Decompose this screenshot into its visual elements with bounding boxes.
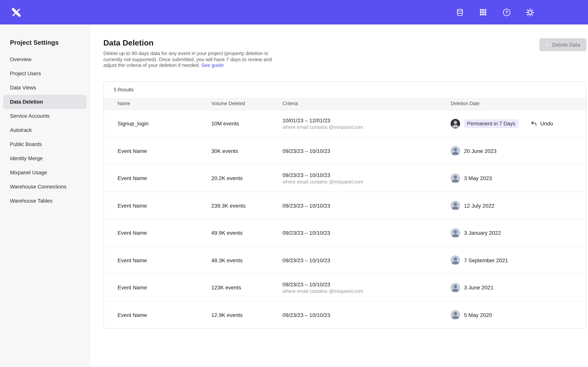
sidebar-item-identity-merge[interactable]: Identity Merge <box>3 151 86 166</box>
sidebar-item-service-accounts[interactable]: Service Accounts <box>3 109 86 123</box>
user-avatar-icon <box>450 146 460 156</box>
row-volume: 10M events <box>211 120 283 126</box>
row-deletion-cell: 3 June 2021 <box>450 283 586 292</box>
sidebar-item-overview[interactable]: Overview <box>3 52 86 67</box>
column-header: Volume Deleted <box>211 101 283 107</box>
results-count: 5 Results <box>104 82 586 98</box>
undo-icon <box>531 120 537 127</box>
deletion-date: 3 May 2023 <box>464 175 492 181</box>
sidebar-item-data-deletion[interactable]: Data Deletion <box>3 95 86 109</box>
plus-icon: + <box>545 42 549 48</box>
row-criteria-cell: 09/23/23 – 10/10/23 <box>283 202 450 209</box>
row-name: Event Name <box>118 257 211 263</box>
deletion-date: 7 September 2021 <box>464 257 508 263</box>
undo-label: Undo <box>540 120 553 126</box>
deletion-date: 3 January 2022 <box>464 230 501 236</box>
table-row: Event Name 12.9K events 09/23/23 – 10/10… <box>104 301 586 328</box>
row-deletion-cell: 3 January 2022 <box>450 228 586 238</box>
sidebar-item-label: Service Accounts <box>10 113 50 119</box>
sidebar-item-mixpanel-usage[interactable]: Mixpanel Usage <box>3 166 86 180</box>
user-avatar-icon <box>450 310 460 320</box>
page-title: Data Deletion <box>103 38 274 47</box>
user-avatar-icon <box>450 201 460 210</box>
sidebar-item-project-users[interactable]: Project Users <box>3 67 86 81</box>
sidebar-item-label: Identity Merge <box>10 156 43 161</box>
row-deletion-cell: 5 May 2020 <box>450 310 586 320</box>
row-volume: 20.2K events <box>211 175 283 181</box>
row-name: Signup_login <box>118 120 211 126</box>
sidebar-item-public-boards[interactable]: Public Boards <box>3 137 86 151</box>
sidebar-item-label: Warehouse Connections <box>10 184 66 190</box>
row-criteria-cell: 10/01/23 – 12/01/23 where email contains… <box>283 117 450 130</box>
description-text: Delete up to 90 days data for any event … <box>103 50 272 68</box>
see-guide-link[interactable]: See guide <box>201 62 224 68</box>
row-deletion-cell: 20 June 2023 <box>450 146 586 156</box>
svg-text:?: ? <box>505 9 508 15</box>
row-volume: 30K events <box>211 148 283 154</box>
row-volume: 49.9K events <box>211 230 283 236</box>
deletion-status-badge: Permanent in 7 Days <box>464 119 518 128</box>
row-criteria-sub: where email contains @mixpanel.com <box>283 288 450 294</box>
sidebar-item-label: Autotrack <box>10 127 32 133</box>
sidebar-item-label: Warehouse Tables <box>10 198 52 204</box>
table-row: Event Name 49.9K events 09/23/23 – 10/10… <box>104 219 586 246</box>
sidebar-item-warehouse-connections[interactable]: Warehouse Connections <box>3 180 86 194</box>
sidebar-item-autotrack[interactable]: Autotrack <box>3 123 86 137</box>
deletion-table-card: 5 Results NameVolume DeletedCriteriaDele… <box>103 81 587 329</box>
app: ? Project Settings Overview Proj <box>0 0 588 367</box>
data-management-icon[interactable] <box>455 8 464 17</box>
row-criteria: 09/23/23 – 10/10/23 <box>283 148 450 154</box>
undo-button[interactable]: Undo <box>531 120 553 127</box>
user-avatar-icon <box>450 283 460 292</box>
column-header: Criteria <box>283 101 450 107</box>
table-header-row: NameVolume DeletedCriteriaDeletion Date <box>104 98 586 110</box>
settings-gear-icon[interactable] <box>525 8 534 17</box>
table-body: Signup_login 10M events 10/01/23 – 12/01… <box>104 110 586 328</box>
row-name: Event Name <box>118 202 211 209</box>
sidebar: Project Settings Overview Project Users … <box>0 25 90 367</box>
row-name: Event Name <box>118 148 211 154</box>
row-criteria-cell: 09/23/23 – 10/10/23 <box>283 257 450 263</box>
table-row: Event Name 48.3K events 09/23/23 – 10/10… <box>104 246 586 274</box>
row-volume: 123K events <box>211 284 283 291</box>
row-criteria-cell: 09/23/23 – 10/10/23 <box>283 312 450 318</box>
deletion-date: 3 June 2021 <box>464 284 493 291</box>
sidebar-title: Project Settings <box>10 39 90 46</box>
user-avatar-icon <box>450 119 460 128</box>
row-name: Event Name <box>118 312 211 318</box>
sidebar-item-warehouse-tables[interactable]: Warehouse Tables <box>3 194 86 208</box>
delete-data-button[interactable]: + Delete Data <box>539 38 587 51</box>
top-bar: ? <box>0 0 588 25</box>
table-row: Event Name 20.2K events 09/23/23 – 10/10… <box>104 164 586 192</box>
sidebar-item-label: Project Users <box>10 71 41 76</box>
mixpanel-logo[interactable] <box>11 7 21 17</box>
user-avatar-icon <box>450 228 460 238</box>
row-name: Event Name <box>118 284 211 291</box>
delete-data-label: Delete Data <box>552 42 580 48</box>
row-criteria-cell: 09/23/23 – 10/10/23 where email contains… <box>283 172 450 184</box>
help-icon[interactable]: ? <box>502 8 511 17</box>
apps-grid-icon[interactable] <box>478 8 488 17</box>
row-name: Event Name <box>118 230 211 236</box>
row-deletion-cell: 7 September 2021 <box>450 255 586 265</box>
row-criteria: 09/23/23 – 10/10/23 <box>283 202 450 209</box>
column-header: Name <box>118 101 211 107</box>
sidebar-item-label: Data Deletion <box>10 99 43 105</box>
row-criteria: 09/23/23 – 10/10/23 <box>283 257 450 263</box>
sidebar-item-label: Data Views <box>10 85 36 91</box>
user-avatar-icon <box>450 173 460 183</box>
deletion-date: 5 May 2020 <box>464 312 492 318</box>
row-criteria: 09/23/23 – 10/10/23 <box>283 281 450 287</box>
table-row: Event Name 30K events 09/23/23 – 10/10/2… <box>104 137 586 164</box>
sidebar-item-data-views[interactable]: Data Views <box>3 81 86 95</box>
row-deletion-cell: 3 May 2023 <box>450 173 586 183</box>
row-deletion-cell: Permanent in 7 Days Undo <box>450 119 586 128</box>
main-content: Data Deletion Delete up to 90 days data … <box>90 25 588 367</box>
sidebar-item-label: Overview <box>10 57 32 62</box>
row-criteria: 09/23/23 – 10/10/23 <box>283 172 450 178</box>
row-volume: 239.3K events <box>211 202 283 209</box>
sidebar-item-label: Mixpanel Usage <box>10 170 47 175</box>
table-row: Signup_login 10M events 10/01/23 – 12/01… <box>104 110 586 137</box>
deletion-date: 20 June 2023 <box>464 148 496 154</box>
sidebar-nav: Overview Project Users Data Views Data D… <box>0 52 90 208</box>
